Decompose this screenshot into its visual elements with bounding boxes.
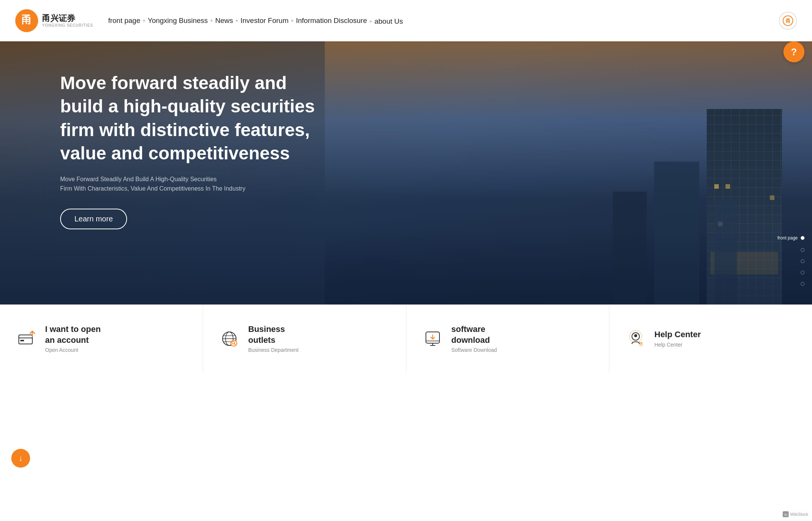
right-nav-dot-3[interactable] <box>801 259 804 263</box>
right-nav-item-1[interactable]: front page <box>777 235 804 241</box>
header-brand-icon: 甬 <box>783 15 793 26</box>
nav-line-1: front page • Yongxing Business • News • … <box>108 16 367 26</box>
svg-text:甬: 甬 <box>786 18 791 24</box>
help-center-text: Help Center Help Center <box>654 329 701 348</box>
nav-investor-forum[interactable]: Investor Forum <box>241 17 289 25</box>
software-download-title: software download <box>451 324 497 345</box>
software-download-card[interactable]: software download Software Download <box>406 305 609 372</box>
bottom-cards: I want to open an account Open Account <box>0 304 812 372</box>
header: 甬 甬兴证券 YONGXING SECURITIES front page • … <box>0 0 812 41</box>
svg-rect-12 <box>20 340 24 341</box>
open-account-text: I want to open an account Open Account <box>45 324 101 353</box>
open-account-svg <box>16 328 37 349</box>
nav-news[interactable]: News <box>215 17 233 25</box>
nav-yongxing-business[interactable]: Yongxing Business <box>148 17 208 25</box>
right-nav-dot-1[interactable] <box>801 236 804 240</box>
software-download-icon <box>421 327 444 350</box>
help-center-title: Help Center <box>654 329 701 340</box>
header-logo-circle[interactable]: 甬 <box>779 12 797 30</box>
right-nav-dot-5[interactable] <box>801 282 804 286</box>
logo-english: YONGXING SECURITIES <box>42 23 93 27</box>
software-download-subtitle: Software Download <box>451 347 497 353</box>
business-outlets-subtitle: Business Department <box>248 347 298 353</box>
right-nav-label-1: front page <box>777 235 798 241</box>
nav-dot-1: • <box>142 16 145 26</box>
nav-dot-2: • <box>210 16 213 26</box>
learn-more-button[interactable]: Learn more <box>60 209 127 229</box>
help-center-subtitle: Help Center <box>654 342 701 348</box>
right-nav-item-3[interactable] <box>801 259 804 263</box>
right-page-nav: front page <box>777 235 804 286</box>
business-outlets-text: Business outlets Business Department <box>248 324 298 353</box>
logo-text: 甬兴证券 YONGXING SECURITIES <box>42 14 93 27</box>
business-outlets-card[interactable]: Business outlets Business Department <box>203 305 406 372</box>
logo-chinese: 甬兴证券 <box>42 14 93 23</box>
right-nav-item-4[interactable] <box>801 271 804 274</box>
help-center-card[interactable]: ? Help Center Help Center <box>609 305 812 372</box>
help-center-icon: ? <box>624 327 647 350</box>
business-outlets-title: Business outlets <box>248 324 298 345</box>
help-center-svg: ? <box>625 328 646 349</box>
svg-point-27 <box>634 334 637 337</box>
svg-text:甬: 甬 <box>21 14 32 26</box>
hero-subtitle: Move Forward Steadily And Build A High-Q… <box>60 174 301 194</box>
open-account-title: I want to open an account <box>45 324 101 345</box>
logo-icon: 甬 <box>15 9 38 32</box>
hero-section: Move forward steadily and build a high-q… <box>0 41 812 304</box>
nav-information-disclosure[interactable]: Information Disclosure <box>296 17 367 25</box>
main-nav: front page • Yongxing Business • News • … <box>108 15 779 26</box>
right-nav-item-5[interactable] <box>801 282 804 286</box>
hero-content: Move forward steadily and build a high-q… <box>0 41 812 259</box>
logo[interactable]: 甬 甬兴证券 YONGXING SECURITIES <box>15 9 93 32</box>
nav-dot-5: • <box>369 17 372 26</box>
open-account-subtitle: Open Account <box>45 347 101 353</box>
right-nav-dot-4[interactable] <box>801 271 804 274</box>
right-nav-item-2[interactable] <box>801 248 804 252</box>
open-account-card[interactable]: I want to open an account Open Account <box>0 305 203 372</box>
header-right: 甬 <box>779 12 797 30</box>
nav-dot-4: • <box>291 16 294 26</box>
business-outlets-icon <box>218 327 241 350</box>
right-nav-dot-2[interactable] <box>801 248 804 252</box>
question-icon: ? <box>791 46 797 58</box>
nav-line-2: • about Us <box>367 17 403 26</box>
hero-title: Move forward steadily and build a high-q… <box>60 71 323 165</box>
svg-rect-10 <box>19 335 32 344</box>
help-button[interactable]: ? <box>783 41 804 62</box>
business-outlets-svg <box>219 328 240 349</box>
open-account-icon <box>15 327 38 350</box>
software-download-text: software download Software Download <box>451 324 497 353</box>
nav-about-us[interactable]: about Us <box>374 17 403 26</box>
nav-dot-3: • <box>235 16 238 26</box>
svg-text:?: ? <box>640 342 642 346</box>
nav-front-page[interactable]: front page <box>108 17 141 25</box>
software-download-svg <box>422 328 443 349</box>
